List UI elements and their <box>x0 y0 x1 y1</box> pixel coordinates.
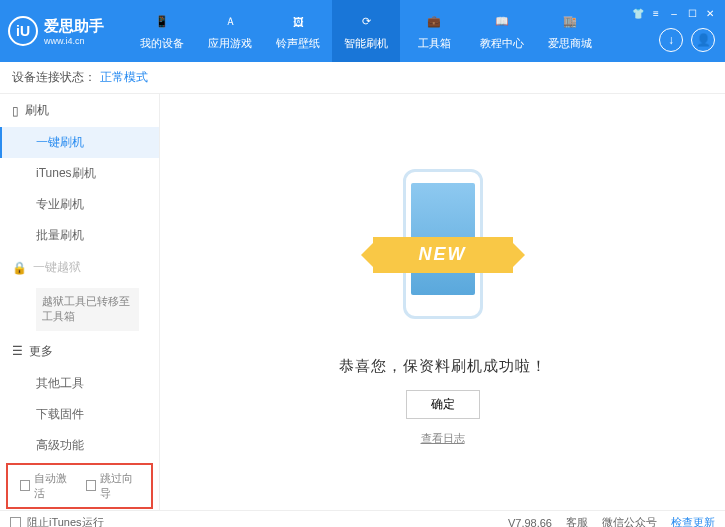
nav-toolbox[interactable]: 💼工具箱 <box>400 0 468 62</box>
success-illustration: NEW <box>373 159 513 339</box>
checkbox-block-itunes[interactable] <box>10 517 21 527</box>
version-label: V7.98.66 <box>508 517 552 528</box>
checkbox-auto-activate[interactable]: 自动激活 <box>20 471 74 501</box>
nav-tutorials[interactable]: 📖教程中心 <box>468 0 536 62</box>
new-badge: NEW <box>373 237 513 273</box>
sidebar-group-jailbreak: 🔒一键越狱 <box>0 251 159 284</box>
footer-update[interactable]: 检查更新 <box>671 515 715 527</box>
sidebar-group-more[interactable]: ☰更多 <box>0 335 159 368</box>
checkbox-skip-guide[interactable]: 跳过向导 <box>86 471 140 501</box>
status-label: 设备连接状态： <box>12 69 96 86</box>
lock-icon: 🔒 <box>12 261 27 275</box>
phone-icon: ▯ <box>12 104 19 118</box>
sidebar-item-batch-flash[interactable]: 批量刷机 <box>0 220 159 251</box>
sidebar-item-pro-flash[interactable]: 专业刷机 <box>0 189 159 220</box>
main-nav: 📱我的设备 Ａ应用游戏 🖼铃声壁纸 ⟳智能刷机 💼工具箱 📖教程中心 🏬爱思商城 <box>128 0 604 62</box>
user-button[interactable]: 👤 <box>691 28 715 52</box>
sidebar-item-advanced[interactable]: 高级功能 <box>0 430 159 461</box>
status-value: 正常模式 <box>100 69 148 86</box>
skin-icon[interactable]: 👕 <box>631 6 645 20</box>
footer-wechat[interactable]: 微信公众号 <box>602 515 657 527</box>
app-url: www.i4.cn <box>44 36 104 46</box>
minimize-icon[interactable]: – <box>667 6 681 20</box>
refresh-icon: ⟳ <box>356 12 376 32</box>
close-icon[interactable]: ✕ <box>703 6 717 20</box>
app-title: 爱思助手 <box>44 17 104 36</box>
sidebar-item-other-tools[interactable]: 其他工具 <box>0 368 159 399</box>
nav-ringtones[interactable]: 🖼铃声壁纸 <box>264 0 332 62</box>
view-log-link[interactable]: 查看日志 <box>421 431 465 446</box>
nav-apps-games[interactable]: Ａ应用游戏 <box>196 0 264 62</box>
logo-area: iU 爱思助手 www.i4.cn <box>8 16 128 46</box>
activation-options: 自动激活 跳过向导 <box>6 463 153 509</box>
store-icon: 🏬 <box>560 12 580 32</box>
status-bar: 设备连接状态： 正常模式 <box>0 62 725 94</box>
main-panel: NEW 恭喜您，保资料刷机成功啦！ 确定 查看日志 <box>160 94 725 510</box>
book-icon: 📖 <box>492 12 512 32</box>
sidebar: ▯刷机 一键刷机 iTunes刷机 专业刷机 批量刷机 🔒一键越狱 越狱工具已转… <box>0 94 160 510</box>
download-button[interactable]: ↓ <box>659 28 683 52</box>
footer-support[interactable]: 客服 <box>566 515 588 527</box>
nav-my-device[interactable]: 📱我的设备 <box>128 0 196 62</box>
phone-icon: 📱 <box>152 12 172 32</box>
sidebar-item-download-firmware[interactable]: 下载固件 <box>0 399 159 430</box>
sidebar-item-oneclick-flash[interactable]: 一键刷机 <box>0 127 159 158</box>
block-itunes-label: 阻止iTunes运行 <box>27 515 104 527</box>
sidebar-group-flash[interactable]: ▯刷机 <box>0 94 159 127</box>
window-controls: 👕 ≡ – ☐ ✕ <box>631 6 717 20</box>
header-bar: iU 爱思助手 www.i4.cn 📱我的设备 Ａ应用游戏 🖼铃声壁纸 ⟳智能刷… <box>0 0 725 62</box>
list-icon: ☰ <box>12 344 23 358</box>
toolbox-icon: 💼 <box>424 12 444 32</box>
confirm-button[interactable]: 确定 <box>406 390 480 419</box>
menu-icon[interactable]: ≡ <box>649 6 663 20</box>
footer-bar: 阻止iTunes运行 V7.98.66 客服 微信公众号 检查更新 <box>0 510 725 527</box>
nav-store[interactable]: 🏬爱思商城 <box>536 0 604 62</box>
sidebar-item-itunes-flash[interactable]: iTunes刷机 <box>0 158 159 189</box>
success-message: 恭喜您，保资料刷机成功啦！ <box>339 357 547 376</box>
logo-icon: iU <box>8 16 38 46</box>
jailbreak-note: 越狱工具已转移至工具箱 <box>36 288 139 331</box>
nav-smart-flash[interactable]: ⟳智能刷机 <box>332 0 400 62</box>
image-icon: 🖼 <box>288 12 308 32</box>
maximize-icon[interactable]: ☐ <box>685 6 699 20</box>
apps-icon: Ａ <box>220 12 240 32</box>
